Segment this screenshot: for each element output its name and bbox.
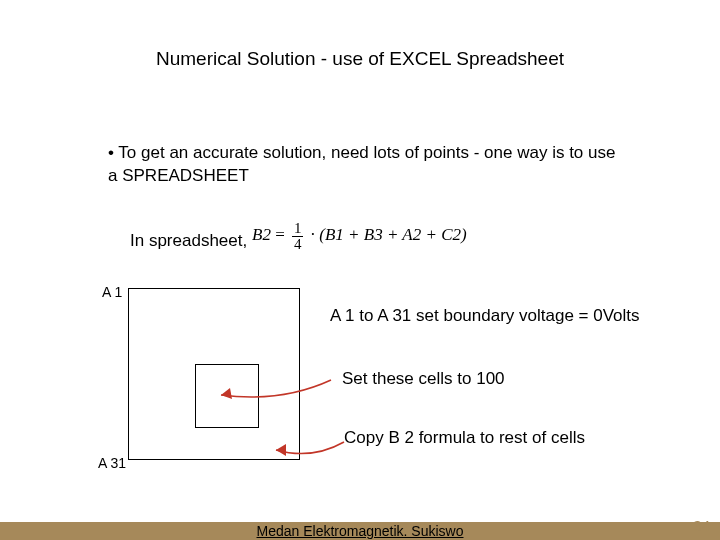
formula: B2 = 1 4 · (B1 + B3 + A2 + C2) xyxy=(252,221,467,252)
formula-lhs: B2 xyxy=(252,225,271,244)
page-number: 34 xyxy=(693,517,710,534)
label-a1: A 1 xyxy=(102,284,122,300)
footer-text: Medan Elektromagnetik. Sukiswo xyxy=(0,523,720,539)
arrow-to-inner-box xyxy=(186,355,336,405)
caption-copy-formula: Copy B 2 formula to rest of cells xyxy=(344,428,585,448)
formula-eq1: = xyxy=(275,225,285,244)
formula-dot: · xyxy=(311,225,315,244)
slide: Numerical Solution - use of EXCEL Spread… xyxy=(0,0,720,540)
arrow-to-cells xyxy=(262,432,352,462)
label-a31: A 31 xyxy=(98,455,126,471)
spreadsheet-intro: In spreadsheet, xyxy=(130,231,247,251)
formula-numerator: 1 xyxy=(292,221,304,237)
slide-title: Numerical Solution - use of EXCEL Spread… xyxy=(0,48,720,70)
caption-set-100: Set these cells to 100 xyxy=(342,369,505,389)
formula-rhs: (B1 + B3 + A2 + C2) xyxy=(319,225,466,244)
caption-boundary: A 1 to A 31 set boundary voltage = 0Volt… xyxy=(330,306,640,326)
bullet-text: • To get an accurate solution, need lots… xyxy=(108,142,628,188)
formula-fraction: 1 4 xyxy=(292,221,304,252)
formula-denominator: 4 xyxy=(292,237,304,252)
